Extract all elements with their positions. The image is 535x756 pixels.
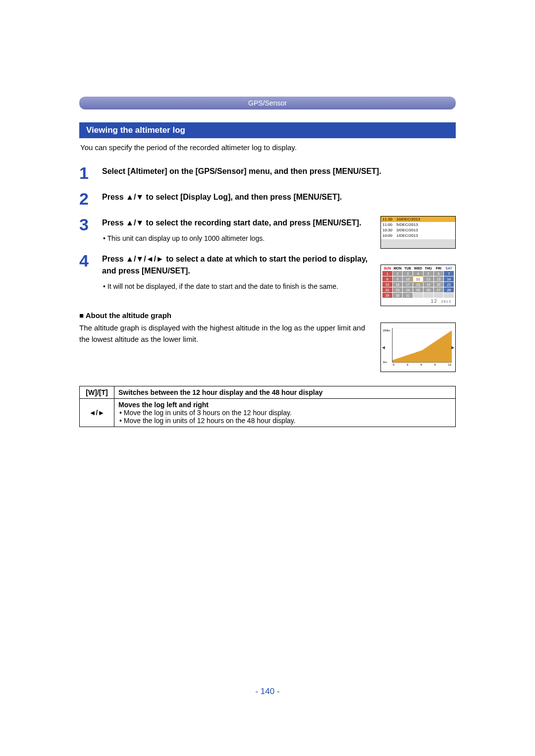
intro-text: You can specify the period of the record… bbox=[80, 143, 456, 152]
cal-day: 15 bbox=[382, 282, 393, 287]
log-date: 3/DEC/2013 bbox=[396, 228, 418, 232]
cal-day: 12 bbox=[423, 276, 433, 282]
cal-dow: MON bbox=[392, 266, 403, 271]
page-number: - 140 - bbox=[0, 687, 535, 697]
steps-list: 1 Select [Altimeter] on the [GPS/Sensor]… bbox=[79, 165, 456, 291]
cal-day: 29 bbox=[382, 293, 393, 298]
cal-day: 21 bbox=[444, 282, 454, 287]
cal-day: 30 bbox=[392, 293, 403, 298]
cal-day: 22 bbox=[382, 287, 393, 293]
cal-day: 26 bbox=[423, 287, 433, 293]
x-tick: 3 bbox=[407, 363, 408, 366]
cal-day: 18 bbox=[413, 282, 424, 287]
x-tick: 0 bbox=[393, 363, 394, 366]
cal-day-empty bbox=[423, 293, 433, 298]
log-list-illustration: 11:30 10/DEC/2013 11:00 5/DEC/2013 10:30… bbox=[380, 216, 456, 249]
cal-dow: WED bbox=[413, 266, 424, 271]
cal-dow: THU bbox=[423, 266, 433, 271]
op-desc-sub: Move the log in units of 12 hours on the… bbox=[118, 417, 451, 425]
cal-day: 25 bbox=[413, 287, 424, 293]
step-note: This unit can display up to only 1000 al… bbox=[102, 233, 370, 243]
graph-y-max: 298m bbox=[383, 329, 390, 332]
cal-day: 31 bbox=[403, 293, 413, 298]
cal-dow: SAT bbox=[444, 266, 454, 271]
cal-day: 23 bbox=[392, 287, 403, 293]
graph-y-min: 0m bbox=[383, 361, 387, 364]
log-time: 10:30 bbox=[382, 228, 396, 232]
step-number: 2 bbox=[79, 190, 102, 207]
graph-x-ticks: 0 3 6 9 12 bbox=[392, 363, 452, 366]
log-date: 1/DEC/2013 bbox=[396, 233, 418, 238]
cal-day-empty bbox=[444, 293, 454, 298]
cal-day-empty bbox=[413, 293, 424, 298]
step-2: 2 Press ▲/▼ to select [Display Log], and… bbox=[79, 191, 456, 207]
cal-day: 9 bbox=[392, 276, 403, 282]
op-desc: Moves the log left and right Move the lo… bbox=[114, 399, 456, 427]
step-number: 3 bbox=[79, 216, 102, 233]
altitude-graph-illustration: 298m 0m ◀▶ 0 3 6 9 12 bbox=[380, 323, 456, 372]
op-key: ◄/► bbox=[80, 399, 114, 427]
x-tick: 9 bbox=[434, 363, 435, 366]
cal-day: 24 bbox=[403, 287, 413, 293]
log-row: 10:00 1/DEC/2013 bbox=[381, 233, 455, 238]
step-text: Select [Altimeter] on the [GPS/Sensor] m… bbox=[102, 165, 456, 177]
cal-day: 5 bbox=[423, 271, 433, 276]
cal-day: 8 bbox=[382, 276, 393, 282]
cal-dow: FRI bbox=[433, 266, 444, 271]
log-time: 11:30 bbox=[382, 217, 396, 221]
x-tick: 6 bbox=[421, 363, 422, 366]
cal-day: 19 bbox=[423, 282, 433, 287]
cal-day: 6 bbox=[433, 271, 444, 276]
step-number: 4 bbox=[79, 252, 102, 269]
log-row: 10:30 3/DEC/2013 bbox=[381, 227, 455, 233]
cal-year: 2013 bbox=[441, 300, 451, 304]
cal-day: 13 bbox=[433, 276, 444, 282]
log-date: 5/DEC/2013 bbox=[396, 222, 418, 227]
cal-dow: TUE bbox=[403, 266, 413, 271]
calendar-footer: 12 2013 bbox=[382, 298, 454, 304]
calendar-table: SUN MON TUE WED THU FRI SAT 1 2 3 4 5 bbox=[382, 266, 454, 298]
op-desc: Switches between the 12 hour display and… bbox=[114, 386, 456, 399]
log-list-gap bbox=[381, 239, 455, 248]
cal-day: 3 bbox=[403, 271, 413, 276]
calendar-illustration: SUN MON TUE WED THU FRI SAT 1 2 3 4 5 bbox=[380, 265, 456, 306]
cal-day: 1 bbox=[382, 271, 393, 276]
step-note: It will not be displayed, if the date to… bbox=[102, 281, 379, 291]
cal-day: 17 bbox=[403, 282, 413, 287]
cal-day: 16 bbox=[392, 282, 403, 287]
op-desc-title: Moves the log left and right bbox=[118, 401, 451, 409]
step-text: Press ▲/▼/◄/► to select a date at which … bbox=[102, 255, 368, 274]
page-body: GPS/Sensor Viewing the altimeter log You… bbox=[79, 97, 456, 427]
cal-day-today: 11 bbox=[413, 276, 424, 282]
log-row-selected: 11:30 10/DEC/2013 bbox=[381, 216, 455, 222]
log-time: 11:00 bbox=[382, 222, 396, 227]
graph-arrows: ◀▶ bbox=[382, 345, 454, 350]
about-heading: About the altitude graph bbox=[79, 311, 456, 320]
cal-day-empty bbox=[433, 293, 444, 298]
cal-day: 7 bbox=[444, 271, 454, 276]
cal-day: 4 bbox=[413, 271, 424, 276]
x-tick: 12 bbox=[448, 363, 451, 366]
cal-dow: SUN bbox=[382, 266, 393, 271]
cal-day: 27 bbox=[433, 287, 444, 293]
step-number: 1 bbox=[79, 164, 102, 181]
cal-day: 10 bbox=[403, 276, 413, 282]
cal-day: 14 bbox=[444, 276, 454, 282]
step-3-wrap: 3 Press ▲/▼ to select the recording star… bbox=[79, 217, 456, 243]
log-row: 11:00 5/DEC/2013 bbox=[381, 222, 455, 227]
op-desc-sub: Move the log in units of 3 hours on the … bbox=[118, 409, 451, 417]
operations-table: [W]/[T] Switches between the 12 hour dis… bbox=[79, 386, 456, 427]
log-date: 10/DEC/2013 bbox=[396, 217, 420, 221]
step-text: Press ▲/▼ to select [Display Log], and t… bbox=[102, 191, 456, 203]
cal-month: 12 bbox=[430, 299, 437, 304]
step-text: Press ▲/▼ to select the recording start … bbox=[102, 218, 361, 227]
cal-day: 20 bbox=[433, 282, 444, 287]
step-1: 1 Select [Altimeter] on the [GPS/Sensor]… bbox=[79, 165, 456, 181]
log-time: 10:00 bbox=[382, 233, 396, 238]
section-title: Viewing the altimeter log bbox=[79, 122, 456, 138]
header-bar: GPS/Sensor bbox=[79, 97, 456, 109]
cal-day: 28 bbox=[444, 287, 454, 293]
about-text: The altitude graph is displayed with the… bbox=[79, 323, 372, 345]
op-key: [W]/[T] bbox=[80, 386, 114, 399]
cal-day: 2 bbox=[392, 271, 403, 276]
